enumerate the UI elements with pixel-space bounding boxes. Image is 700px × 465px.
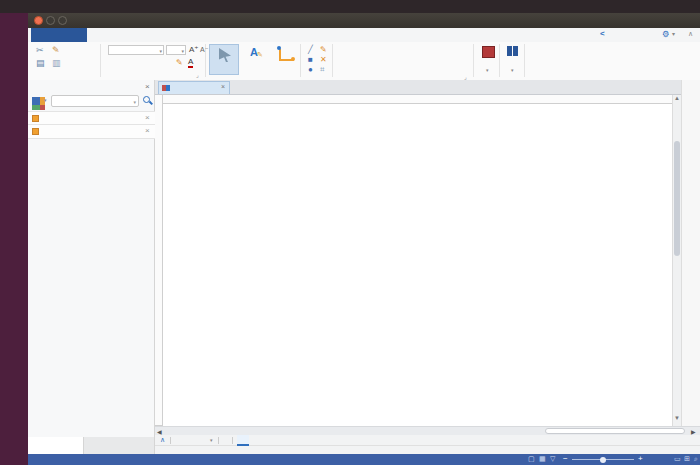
font-dialog-launcher-icon[interactable]: ⌟: [196, 71, 199, 78]
zoom-slider[interactable]: [572, 459, 634, 460]
text-pen-icon: ✎: [257, 51, 263, 59]
library-search-input[interactable]: ▾: [51, 95, 139, 107]
font-size-select[interactable]: ▾: [166, 45, 186, 55]
group-separator: [473, 44, 474, 77]
gear-dropdown-icon[interactable]: ▾: [672, 30, 675, 37]
group-separator: [524, 44, 525, 77]
scroll-down-icon[interactable]: ▼: [674, 415, 680, 421]
close-button[interactable]: [34, 16, 43, 25]
styles-button[interactable]: ▾: [478, 45, 498, 75]
group-separator: [100, 44, 101, 77]
screen: < ⚙ ▾ ∧ ✂ ✎ ▤ ▥ ▾ ▾ A⁺ A⁻ ✎ A: [0, 0, 700, 465]
horizontal-scroll-thumb[interactable]: [545, 428, 685, 434]
ribbon-tab-row: < ⚙ ▾ ∧: [28, 28, 700, 43]
fit-width-icon[interactable]: ⊞: [684, 455, 690, 463]
font-size-dropdown-icon[interactable]: ▾: [181, 46, 184, 56]
library-items: [28, 142, 155, 302]
scroll-left-icon[interactable]: ◀: [157, 428, 162, 435]
library-panel: × ▾ ▾ × ×: [28, 80, 155, 437]
view-presentation-icon[interactable]: ▽: [550, 455, 555, 463]
font-name-dropdown-icon[interactable]: ▾: [159, 46, 162, 56]
edition-dropdown-icon: ▾: [511, 67, 514, 73]
page-nav-dropdown-icon[interactable]: ▾: [210, 437, 213, 443]
section-icon: [32, 128, 39, 135]
collapse-pages-icon[interactable]: ∧: [160, 436, 165, 444]
line-tool-icon[interactable]: ╱: [308, 45, 313, 54]
library-close-icon[interactable]: ×: [145, 82, 150, 91]
search-icon[interactable]: [143, 96, 150, 103]
page-tab-bar: ∧ ▾: [155, 435, 700, 446]
gear-icon[interactable]: ⚙: [662, 29, 670, 39]
active-page-tab[interactable]: [237, 435, 249, 446]
fit-page-icon[interactable]: ▭: [674, 455, 681, 463]
zoom-in-button[interactable]: +: [638, 454, 643, 463]
library-section-nuage[interactable]: ×: [28, 125, 155, 139]
share-icon[interactable]: <: [600, 29, 605, 38]
library-section-courbes[interactable]: ×: [28, 111, 155, 125]
connector-tool-button[interactable]: [274, 45, 300, 65]
highlight-color-button[interactable]: ✎: [176, 58, 183, 67]
format-painter-button[interactable]: ✎: [52, 45, 60, 55]
section-close-icon[interactable]: ×: [145, 126, 150, 135]
library-bottom-tabs: [28, 437, 155, 454]
view-normal-icon[interactable]: ▢: [528, 455, 535, 463]
desktop-top-panel: [0, 0, 700, 14]
section-close-icon[interactable]: ×: [145, 113, 150, 122]
scroll-right-icon[interactable]: ▶: [691, 428, 696, 435]
font-name-select[interactable]: ▾: [108, 45, 164, 55]
ellipse-tool-icon[interactable]: ●: [308, 65, 313, 74]
right-toolbar: [681, 80, 700, 437]
vertical-scrollbar[interactable]: ▲ ▼: [672, 95, 681, 426]
collapse-ribbon-icon[interactable]: ∧: [688, 30, 693, 38]
pointer-arrow-icon: [219, 48, 231, 62]
styles-icon: [482, 46, 495, 58]
canvas-viewport[interactable]: [163, 104, 672, 426]
group-separator: [300, 44, 301, 77]
document-tab-bar: ×: [155, 80, 700, 95]
arrange-group: [336, 44, 472, 74]
cut-button[interactable]: ✂: [36, 45, 44, 55]
horizontal-scrollbar[interactable]: ◀ ▶: [155, 426, 700, 435]
grow-font-button[interactable]: A⁺: [189, 45, 199, 54]
view-pagebreak-icon[interactable]: ▦: [539, 455, 546, 463]
color-palette-bar: [155, 446, 700, 454]
tab-recuperation[interactable]: [85, 437, 155, 454]
group-separator: [499, 44, 500, 77]
library-symbol-icon[interactable]: [32, 97, 40, 105]
minimize-button[interactable]: [46, 16, 55, 25]
window-titlebar[interactable]: [28, 13, 700, 29]
divider: [218, 437, 219, 444]
file-menu-button[interactable]: [31, 28, 87, 42]
status-bar: ▢ ▦ ▽ − + ▭ ⊞ ⌕: [28, 454, 700, 465]
search-dropdown-icon[interactable]: ▾: [133, 99, 136, 105]
pointer-tool-button[interactable]: [209, 44, 239, 75]
maximize-button[interactable]: [58, 16, 67, 25]
edition-button[interactable]: ▾: [503, 45, 523, 75]
crop-tool-icon[interactable]: ⌗: [320, 65, 325, 75]
connector-dot: [291, 57, 295, 61]
copy-button[interactable]: ▥: [52, 58, 61, 68]
paste-button[interactable]: ▤: [36, 58, 45, 68]
library-symbol-dropdown-icon[interactable]: ▾: [44, 97, 47, 103]
pen-tool-icon[interactable]: ✎: [320, 45, 327, 54]
edition-icon: [507, 46, 512, 56]
erase-tool-icon[interactable]: ✕: [320, 55, 327, 64]
scroll-up-icon[interactable]: ▲: [674, 95, 680, 101]
text-tool-button[interactable]: A ✎: [244, 45, 270, 65]
drawing-page[interactable]: [169, 104, 672, 426]
vertical-scroll-thumb[interactable]: [674, 141, 680, 256]
document-tab[interactable]: ×: [158, 81, 230, 94]
horizontal-ruler: [163, 95, 672, 104]
arrange-dialog-launcher-icon[interactable]: ⌟: [464, 73, 467, 80]
zoom-out-button[interactable]: −: [563, 454, 568, 463]
tab-bibliotheques[interactable]: [28, 437, 84, 454]
document-tab-close-icon[interactable]: ×: [221, 83, 225, 90]
shrink-font-button[interactable]: A⁻: [200, 46, 208, 54]
rect-tool-icon[interactable]: ■: [308, 55, 313, 64]
ribbon-body: ✂ ✎ ▤ ▥ ▾ ▾ A⁺ A⁻ ✎ A ⌟ A ✎: [28, 42, 700, 81]
group-separator: [332, 44, 333, 77]
pan-zoom-icon[interactable]: ⌕: [694, 455, 698, 463]
zoom-slider-thumb[interactable]: [600, 457, 606, 463]
vertical-ruler: [155, 95, 163, 426]
font-color-button[interactable]: A: [188, 57, 193, 68]
